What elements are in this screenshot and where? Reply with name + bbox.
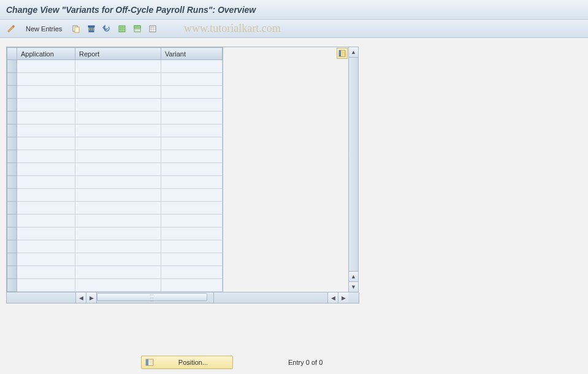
- row-selector[interactable]: [7, 137, 17, 150]
- table-cell[interactable]: [75, 163, 161, 176]
- table-cell[interactable]: [161, 112, 223, 124]
- table-cell[interactable]: [75, 86, 161, 99]
- table-cell[interactable]: [161, 124, 223, 137]
- table-cell[interactable]: [75, 99, 161, 112]
- table-cell[interactable]: [75, 60, 161, 73]
- row-selector[interactable]: [7, 189, 17, 202]
- table-cell[interactable]: [75, 150, 161, 163]
- row-selector[interactable]: [7, 163, 17, 176]
- hscroll-thumb[interactable]: [97, 293, 207, 301]
- hscroll-track[interactable]: [97, 292, 213, 303]
- table-cell[interactable]: [161, 215, 223, 227]
- row-selector[interactable]: [7, 60, 17, 73]
- table-cell[interactable]: [75, 112, 161, 124]
- table-cell[interactable]: [161, 253, 223, 266]
- table-cell[interactable]: [17, 124, 75, 137]
- table-cell[interactable]: [161, 227, 223, 240]
- copy-button[interactable]: [69, 22, 83, 36]
- table-cell[interactable]: [161, 240, 223, 253]
- table-cell[interactable]: [161, 60, 223, 73]
- table-cell[interactable]: [161, 202, 223, 215]
- row-selector[interactable]: [7, 99, 17, 112]
- vertical-scrollbar[interactable]: ▲ ▲ ▼: [348, 47, 359, 292]
- column-header-variant[interactable]: Variant: [161, 48, 223, 60]
- column-header-report[interactable]: Report: [75, 48, 161, 60]
- table-cell[interactable]: [17, 279, 75, 292]
- table-cell[interactable]: [17, 240, 75, 253]
- table-cell[interactable]: [161, 73, 223, 86]
- table-cell[interactable]: [17, 253, 75, 266]
- triangle-up-icon: ▲: [351, 273, 356, 280]
- table-cell[interactable]: [161, 150, 223, 163]
- table-cell[interactable]: [17, 202, 75, 215]
- table-cell[interactable]: [17, 215, 75, 227]
- column-header-application[interactable]: Application: [17, 48, 75, 60]
- undo-button[interactable]: [100, 22, 113, 36]
- select-block-button[interactable]: [131, 22, 144, 36]
- table-cell[interactable]: [17, 150, 75, 163]
- table-cell[interactable]: [75, 176, 161, 189]
- table-cell[interactable]: [161, 99, 223, 112]
- table-cell[interactable]: [75, 202, 161, 215]
- row-selector-header[interactable]: [7, 48, 17, 60]
- row-selector[interactable]: [7, 112, 17, 124]
- scroll-down-top-button[interactable]: ▲: [349, 271, 358, 281]
- table-cell[interactable]: [161, 266, 223, 279]
- table-cell[interactable]: [161, 279, 223, 292]
- table-cell[interactable]: [75, 189, 161, 202]
- table-cell[interactable]: [75, 227, 161, 240]
- table-cell[interactable]: [75, 73, 161, 86]
- select-all-button[interactable]: [115, 22, 129, 36]
- table-cell[interactable]: [161, 163, 223, 176]
- vscroll-track[interactable]: [349, 58, 358, 271]
- row-selector[interactable]: [7, 227, 17, 240]
- scroll-left-end-button[interactable]: ◀: [327, 292, 338, 303]
- scroll-up-button[interactable]: ▲: [349, 47, 358, 58]
- table-cell[interactable]: [17, 266, 75, 279]
- new-entries-button[interactable]: New Entries: [20, 22, 67, 36]
- table-cell[interactable]: [75, 137, 161, 150]
- table-cell[interactable]: [17, 86, 75, 99]
- row-selector[interactable]: [7, 266, 17, 279]
- row-selector[interactable]: [7, 124, 17, 137]
- table-cell[interactable]: [17, 112, 75, 124]
- table-cell[interactable]: [17, 137, 75, 150]
- table-cell[interactable]: [161, 137, 223, 150]
- row-selector[interactable]: [7, 176, 17, 189]
- row-selector[interactable]: [7, 73, 17, 86]
- table-cell[interactable]: [17, 176, 75, 189]
- scroll-down-button[interactable]: ▼: [349, 281, 358, 292]
- copy-icon: [72, 25, 80, 33]
- table-cell[interactable]: [17, 227, 75, 240]
- position-button[interactable]: Position...: [141, 356, 233, 369]
- deselect-all-button[interactable]: [146, 22, 159, 36]
- table-cell[interactable]: [75, 124, 161, 137]
- delete-button[interactable]: [85, 22, 98, 36]
- table-cell[interactable]: [17, 99, 75, 112]
- table-cell[interactable]: [17, 73, 75, 86]
- table-cell[interactable]: [75, 215, 161, 227]
- scroll-right-inner-button[interactable]: ▶: [86, 292, 97, 303]
- table-cell[interactable]: [17, 189, 75, 202]
- table-cell[interactable]: [75, 253, 161, 266]
- table-cell[interactable]: [75, 266, 161, 279]
- table-cell[interactable]: [161, 189, 223, 202]
- table-configuration-button[interactable]: [337, 48, 348, 59]
- table-cell[interactable]: [75, 240, 161, 253]
- table-cell[interactable]: [75, 279, 161, 292]
- row-selector[interactable]: [7, 240, 17, 253]
- scroll-left-button[interactable]: ◀: [76, 292, 86, 303]
- table-cell[interactable]: [17, 163, 75, 176]
- table-cell[interactable]: [161, 86, 223, 99]
- row-selector[interactable]: [7, 86, 17, 99]
- triangle-right-icon: ▶: [90, 295, 94, 301]
- row-selector[interactable]: [7, 279, 17, 292]
- row-selector[interactable]: [7, 202, 17, 215]
- row-selector[interactable]: [7, 215, 17, 227]
- row-selector[interactable]: [7, 253, 17, 266]
- row-selector[interactable]: [7, 150, 17, 163]
- table-cell[interactable]: [17, 60, 75, 73]
- scroll-right-end-button[interactable]: ▶: [338, 292, 348, 303]
- table-cell[interactable]: [161, 176, 223, 189]
- toggle-change-button[interactable]: [5, 22, 18, 36]
